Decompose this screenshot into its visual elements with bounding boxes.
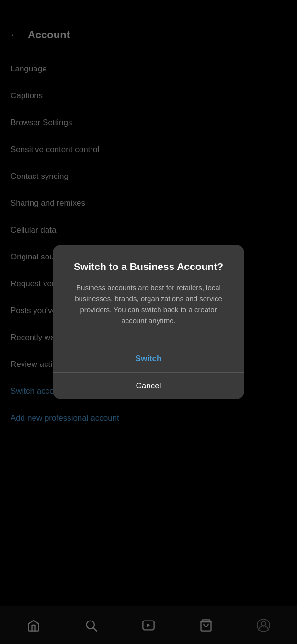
cancel-button[interactable]: Cancel bbox=[53, 373, 244, 399]
modal-overlay: Switch to a Business Account? Business a… bbox=[0, 0, 297, 644]
switch-button[interactable]: Switch bbox=[53, 345, 244, 372]
modal-title: Switch to a Business Account? bbox=[67, 260, 230, 273]
modal-content: Switch to a Business Account? Business a… bbox=[53, 245, 244, 344]
modal-description: Business accounts are best for retailers… bbox=[67, 282, 230, 327]
switch-account-modal: Switch to a Business Account? Business a… bbox=[53, 245, 244, 399]
